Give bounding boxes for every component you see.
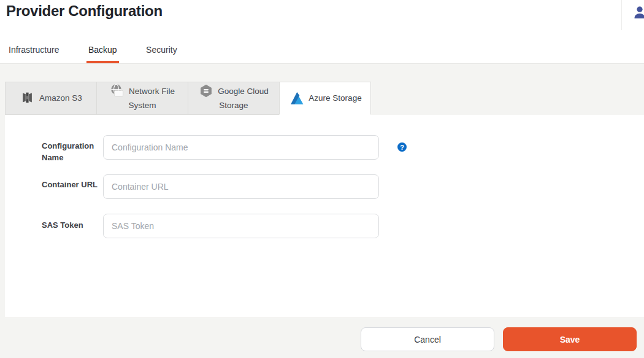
main-nav-tabs: Infrastructure Backup Security — [0, 37, 644, 64]
tab-amazon-s3-inner: Amazon S3 — [6, 91, 96, 106]
save-button[interactable]: Save — [503, 327, 637, 351]
container-url-label: Container URL — [42, 179, 98, 190]
tab-infrastructure[interactable]: Infrastructure — [7, 37, 61, 63]
provider-configuration-page: Provider Configuration Infrastructure Ba… — [0, 0, 644, 358]
tab-google-cloud-storage[interactable]: Google Cloud Storage — [188, 82, 280, 115]
page-title: Provider Configuration — [6, 2, 163, 20]
help-icon[interactable]: ? — [397, 142, 407, 152]
tab-network-file-system[interactable]: Network File System — [96, 82, 188, 115]
tab-label: Network File System — [128, 87, 175, 110]
sas-token-input[interactable] — [103, 214, 379, 238]
azure-storage-icon — [288, 91, 304, 105]
configuration-name-label: Configuration Name — [42, 140, 98, 163]
configuration-name-input[interactable] — [103, 135, 379, 160]
container-url-input[interactable] — [103, 174, 379, 199]
tab-amazon-s3[interactable]: Amazon S3 — [5, 82, 97, 115]
tab-azure-storage-inner: Azure Storage — [280, 91, 370, 106]
tab-label: Azure Storage — [309, 93, 361, 103]
tab-google-cloud-storage-inner: Google Cloud Storage — [188, 84, 279, 112]
tab-network-file-system-inner: Network File System — [97, 84, 188, 112]
user-account-icon[interactable] — [632, 5, 644, 20]
network-file-system-icon — [110, 84, 125, 98]
tab-azure-storage[interactable]: Azure Storage — [279, 82, 371, 115]
tab-security[interactable]: Security — [144, 37, 179, 63]
header-divider — [621, 0, 622, 30]
tab-label: Amazon S3 — [39, 93, 82, 103]
azure-storage-form-card: Configuration Name ? Container URL SAS T… — [5, 115, 644, 318]
cancel-button[interactable]: Cancel — [361, 327, 494, 351]
tab-label: Google Cloud Storage — [218, 87, 269, 110]
sas-token-label: SAS Token — [42, 219, 98, 231]
provider-tab-bar: Amazon S3 Network File System — [5, 82, 371, 115]
amazon-s3-icon — [20, 90, 35, 105]
google-cloud-storage-icon — [199, 84, 213, 98]
tab-backup[interactable]: Backup — [86, 37, 119, 63]
header: Provider Configuration Infrastructure Ba… — [0, 0, 644, 64]
